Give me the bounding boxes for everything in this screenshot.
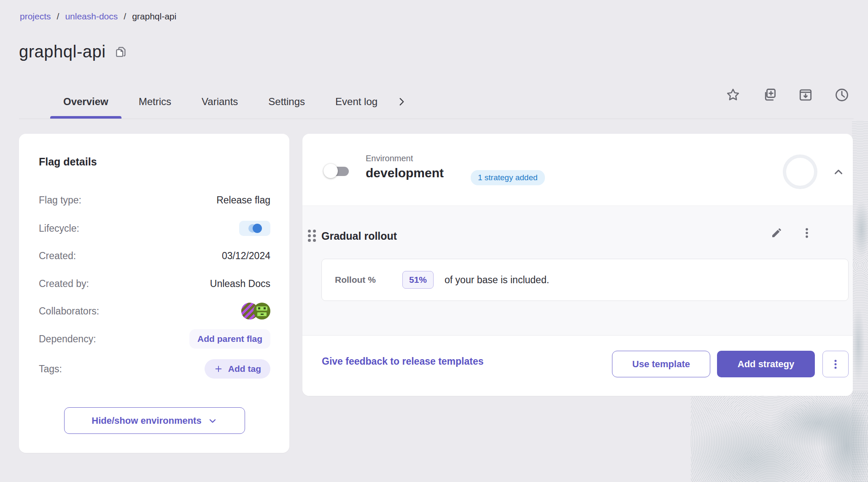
toggle-knob (323, 164, 338, 178)
strategy-name: Gradual rollout (321, 230, 397, 242)
environment-label: Environment (366, 154, 413, 163)
breadcrumb-project-name[interactable]: unleash-docs (65, 11, 118, 22)
avatar[interactable] (253, 303, 270, 320)
collapse-chevron-up-icon[interactable] (829, 162, 848, 182)
background-texture-strip (852, 121, 868, 482)
strategy-actions (770, 226, 814, 240)
copy-name-icon[interactable] (114, 45, 128, 59)
favorite-star-icon[interactable] (724, 86, 742, 104)
use-template-button[interactable]: Use template (612, 351, 710, 377)
hide-show-environments-button[interactable]: Hide/show environments (64, 407, 245, 434)
history-clock-icon[interactable] (833, 86, 851, 104)
edit-pencil-icon[interactable] (770, 226, 783, 240)
tags-row: Tags: Add tag (39, 359, 270, 379)
page-title-row: graphql-api (19, 42, 128, 61)
lifecycle-row: Lifecycle: (39, 221, 270, 236)
environment-header: Environment development 1 strategy added (302, 134, 853, 206)
tabs-overflow-chevron-right-icon[interactable] (396, 96, 407, 107)
flag-details-card: Flag details Flag type: Release flag Lif… (19, 134, 289, 453)
tab-settings[interactable]: Settings (253, 84, 320, 119)
strategy-count-badge: 1 strategy added (471, 170, 545, 185)
breadcrumb: projects / unleash-docs / graphql-api (20, 11, 176, 22)
collaborator-avatars[interactable] (241, 303, 270, 320)
breadcrumb-separator: / (124, 11, 126, 22)
add-tag-label: Add tag (228, 364, 261, 374)
strategy-kebab-menu-icon[interactable] (800, 226, 814, 240)
drag-handle-icon[interactable] (308, 230, 319, 242)
environment-card: Environment development 1 strategy added… (302, 134, 853, 396)
rollout-description: of your base is included. (445, 274, 549, 286)
copy-flag-icon[interactable] (760, 86, 779, 104)
lifecycle-stage-badge[interactable] (239, 221, 270, 236)
created-by-row: Created by: Unleash Docs (39, 278, 270, 290)
environment-toggle[interactable] (323, 162, 351, 179)
tab-overview[interactable]: Overview (48, 84, 124, 119)
rollout-label: Rollout % (335, 275, 402, 285)
flag-details-title: Flag details (39, 156, 97, 168)
tabs-divider (19, 119, 854, 119)
environment-footer: Give feedback to release templates Use t… (302, 335, 853, 396)
chevron-down-icon (208, 416, 218, 426)
rollout-summary-box: Rollout % 51% of your base is included. (321, 259, 849, 301)
release-templates-feedback-link[interactable]: Give feedback to release templates (322, 356, 484, 367)
tab-metrics[interactable]: Metrics (124, 84, 186, 119)
breadcrumb-projects[interactable]: projects (20, 11, 51, 22)
tab-variants[interactable]: Variants (186, 84, 253, 119)
breadcrumb-separator: / (57, 11, 59, 22)
flag-type-row: Flag type: Release flag (39, 195, 270, 206)
background-texture-swirl (691, 391, 868, 482)
tags-label: Tags: (39, 363, 62, 375)
lifecycle-stage-icon (253, 224, 262, 233)
page-title: graphql-api (19, 42, 106, 61)
breadcrumb-current-flag: graphql-api (132, 11, 176, 22)
created-by-label: Created by: (39, 278, 89, 290)
tab-event-log[interactable]: Event log (320, 84, 393, 119)
rollout-percentage-chip: 51% (402, 271, 434, 289)
archive-icon[interactable] (796, 86, 815, 104)
flag-type-label: Flag type: (39, 195, 81, 206)
footer-kebab-menu-icon[interactable] (822, 351, 849, 377)
environment-name: development (366, 166, 444, 180)
lifecycle-label: Lifecycle: (39, 223, 79, 234)
collaborators-label: Collaborators: (39, 306, 99, 317)
dependency-label: Dependency: (39, 333, 96, 345)
created-label: Created: (39, 250, 76, 262)
add-strategy-button[interactable]: Add strategy (717, 351, 815, 377)
collaborators-row: Collaborators: (39, 303, 270, 320)
flag-overview-page: projects / unleash-docs / graphql-api gr… (0, 0, 868, 482)
add-parent-flag-button[interactable]: Add parent flag (189, 329, 270, 349)
flag-toolbar (724, 86, 851, 104)
created-value: 03/12/2024 (222, 250, 270, 262)
created-row: Created: 03/12/2024 (39, 250, 270, 262)
plus-icon (214, 364, 223, 374)
flag-type-value: Release flag (216, 195, 270, 206)
use-template-label: Use template (632, 359, 690, 370)
created-by-value: Unleash Docs (210, 278, 270, 290)
metrics-ring (783, 154, 817, 189)
hide-show-environments-label: Hide/show environments (92, 415, 201, 426)
add-tag-button[interactable]: Add tag (205, 359, 270, 379)
tab-bar: Overview Metrics Variants Settings Event… (48, 84, 407, 119)
dependency-row: Dependency: Add parent flag (39, 329, 270, 349)
strategy-section: Gradual rollout Rollout % 51% of your ba… (302, 206, 853, 335)
